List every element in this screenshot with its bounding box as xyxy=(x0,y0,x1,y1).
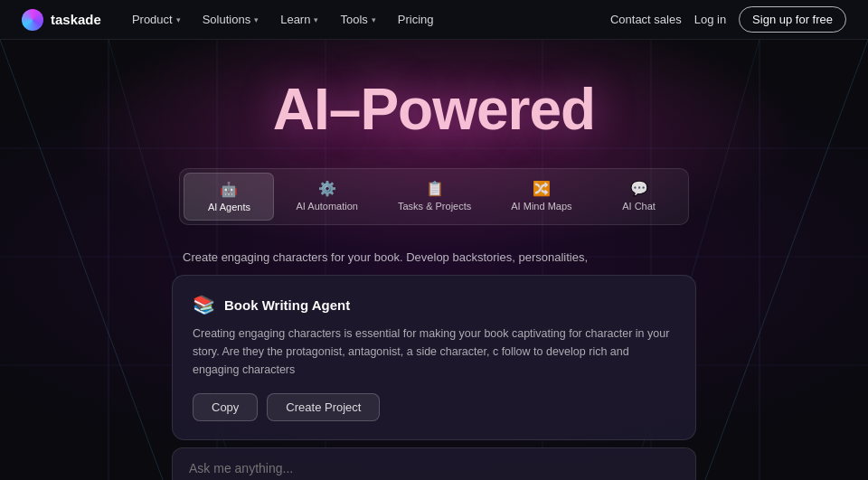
ai-chat-icon: 💬 xyxy=(630,180,648,197)
nav-solutions-label: Solutions xyxy=(203,13,250,26)
nav-product-label: Product xyxy=(132,13,173,26)
ai-automation-icon: ⚙️ xyxy=(318,180,336,197)
nav-learn-label: Learn xyxy=(280,13,310,26)
navbar-left: taskade Product ▾ Solutions ▾ Learn ▾ To… xyxy=(22,9,443,31)
nav-pricing-label: Pricing xyxy=(398,13,434,26)
tab-ai-mind-maps-label: AI Mind Maps xyxy=(511,201,571,212)
ask-input-container xyxy=(172,447,696,480)
tab-ai-agents[interactable]: 🤖 AI Agents xyxy=(184,173,274,221)
ai-mind-maps-icon: 🔀 xyxy=(533,180,551,197)
contact-sales-link[interactable]: Contact sales xyxy=(610,13,682,26)
agent-actions: Copy Create Project xyxy=(193,393,675,421)
nav-tools-label: Tools xyxy=(340,13,367,26)
ask-input[interactable] xyxy=(189,461,679,475)
chevron-down-icon: ▾ xyxy=(372,15,376,24)
hero-section: AI–Powered 🤖 AI Agents ⚙️ AI Automation … xyxy=(0,40,868,480)
nav-item-pricing[interactable]: Pricing xyxy=(389,9,443,30)
navbar-right: Contact sales Log in Sign up for free xyxy=(610,6,846,33)
nav-item-product[interactable]: Product ▾ xyxy=(123,9,190,30)
signup-button[interactable]: Sign up for free xyxy=(739,6,846,33)
logo-icon xyxy=(22,9,43,31)
logo[interactable]: taskade xyxy=(22,9,101,31)
svg-line-9 xyxy=(0,40,163,480)
hero-title: AI–Powered xyxy=(273,76,595,143)
svg-line-11 xyxy=(705,40,868,480)
tab-ai-mind-maps[interactable]: 🔀 AI Mind Maps xyxy=(493,173,590,221)
tab-ai-automation-label: AI Automation xyxy=(296,201,358,212)
ai-agents-icon: 🤖 xyxy=(220,181,238,198)
copy-button[interactable]: Copy xyxy=(193,393,258,421)
navbar: taskade Product ▾ Solutions ▾ Learn ▾ To… xyxy=(0,0,868,40)
agent-description: Creating engaging characters is essentia… xyxy=(193,325,675,379)
tasks-projects-icon: 📋 xyxy=(426,180,444,197)
book-agent-icon: 📚 xyxy=(193,294,215,315)
tab-tasks-projects[interactable]: 📋 Tasks & Projects xyxy=(380,173,489,221)
chevron-down-icon: ▾ xyxy=(254,15,259,24)
tab-ai-agents-label: AI Agents xyxy=(208,202,250,212)
agent-card: 📚 Book Writing Agent Creating engaging c… xyxy=(172,275,696,440)
agent-card-header: 📚 Book Writing Agent xyxy=(193,294,675,315)
content-area: Create engaging characters for your book… xyxy=(172,243,696,480)
nav-item-tools[interactable]: Tools ▾ xyxy=(331,9,384,30)
agent-title: Book Writing Agent xyxy=(224,297,350,313)
partial-text: Create engaging characters for your book… xyxy=(172,243,696,271)
nav-links: Product ▾ Solutions ▾ Learn ▾ Tools ▾ Pr… xyxy=(123,9,443,30)
tab-ai-chat[interactable]: 💬 AI Chat xyxy=(594,173,684,221)
chevron-down-icon: ▾ xyxy=(314,15,318,24)
logo-text: taskade xyxy=(51,12,101,27)
nav-item-learn[interactable]: Learn ▾ xyxy=(271,9,327,30)
tabs-container: 🤖 AI Agents ⚙️ AI Automation 📋 Tasks & P… xyxy=(179,168,688,225)
create-project-button[interactable]: Create Project xyxy=(267,393,380,421)
tab-ai-automation[interactable]: ⚙️ AI Automation xyxy=(278,173,376,221)
nav-item-solutions[interactable]: Solutions ▾ xyxy=(193,9,268,30)
chevron-down-icon: ▾ xyxy=(176,15,181,24)
login-link[interactable]: Log in xyxy=(694,13,726,26)
tab-tasks-projects-label: Tasks & Projects xyxy=(398,201,471,212)
tab-ai-chat-label: AI Chat xyxy=(622,201,656,212)
